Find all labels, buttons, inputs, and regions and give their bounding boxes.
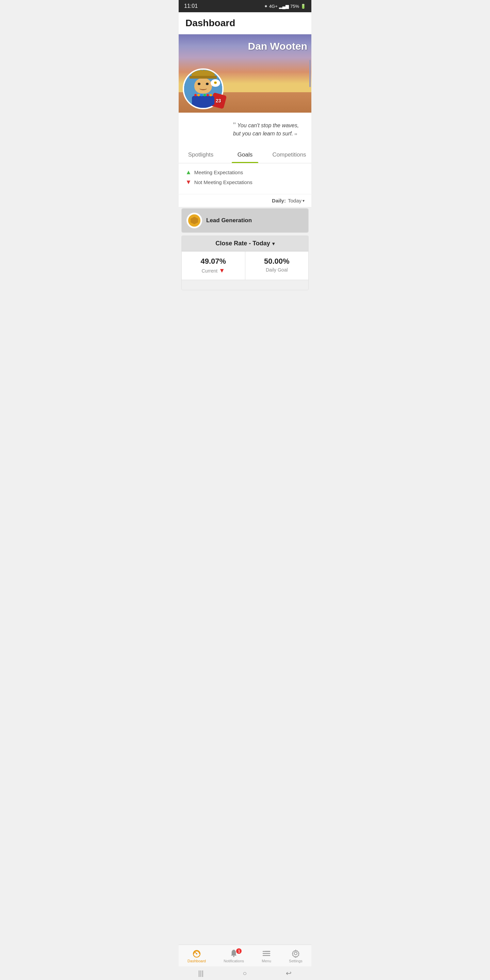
filter-dropdown[interactable]: Today ▾ (288, 198, 305, 204)
filter-row: Daily: Today ▾ (179, 194, 311, 207)
trend-down-icon: ▼ (219, 267, 225, 274)
quote-open: " (233, 121, 236, 129)
filter-label: Daily: (272, 198, 286, 204)
not-meeting-expectations-label: Not Meeting Expectations (194, 179, 253, 185)
level-number: 23 (216, 98, 221, 103)
arrow-down-icon: ▼ (185, 179, 192, 186)
filter-value-text: Today (288, 198, 301, 204)
legend-meeting: ▲ Meeting Expectations (185, 169, 305, 176)
battery-level: 75% (290, 4, 299, 9)
user-name-banner: Dan Wooten (248, 40, 307, 52)
hexagon-icon (191, 217, 198, 224)
app-bar: Dashboard (179, 12, 311, 34)
goal-label-text: Daily Goal (266, 267, 288, 272)
goal-icon-container (186, 213, 202, 228)
metric-current-label: Current ▼ (186, 267, 241, 274)
tab-competitions[interactable]: Competitions (267, 147, 311, 163)
goals-legend: ▲ Meeting Expectations ▼ Not Meeting Exp… (179, 163, 311, 194)
metric-extra (182, 280, 308, 290)
bluetooth-icon: ⁕ (264, 4, 268, 9)
legend-not-meeting: ▼ Not Meeting Expectations (185, 179, 305, 186)
arrow-up-icon: ▲ (185, 169, 192, 176)
metric-goal-cell: 50.00% Daily Goal (245, 251, 309, 280)
profile-banner: Dan Wooten (179, 34, 311, 113)
status-icons: ⁕ 4G+ ▂▄▆ 75% 🔋 (264, 4, 306, 9)
signal-icon: 4G+ (269, 4, 278, 9)
avatar-area: 😎 23 (183, 68, 224, 109)
goal-icon-inner (188, 215, 200, 227)
current-value-text: 49.07% (200, 257, 226, 266)
tab-spotlights[interactable]: Spotlights (179, 147, 223, 163)
metric-title-text: Close Rate - Today (215, 240, 270, 247)
metric-current-cell: 49.07% Current ▼ (182, 251, 245, 280)
goal-name: Lead Generation (206, 217, 252, 224)
status-bar: 11:01 ⁕ 4G+ ▂▄▆ 75% 🔋 (179, 0, 311, 12)
signal-bars: ▂▄▆ (279, 4, 289, 9)
profile-quote: You can't stop the waves, but you can le… (233, 123, 299, 137)
metric-goal-label: Daily Goal (250, 267, 305, 272)
tabs-container: Spotlights Goals Competitions (179, 147, 311, 163)
tab-goals[interactable]: Goals (223, 147, 267, 163)
goal-header: Lead Generation (182, 208, 308, 232)
goal-card[interactable]: Lead Generation (181, 208, 309, 233)
metric-values: 49.07% Current ▼ 50.00% Daily Goal (182, 251, 308, 280)
quote-section: " You can't stop the waves, but you can … (179, 113, 311, 147)
chevron-down-icon: ▾ (302, 198, 305, 203)
metric-card[interactable]: Close Rate - Today ▾ 49.07% Current ▼ 50… (181, 235, 309, 290)
metric-title: Close Rate - Today ▾ (182, 236, 308, 251)
metric-current-value: 49.07% (186, 257, 241, 266)
metric-chevron-icon: ▾ (272, 241, 275, 247)
page-title: Dashboard (185, 18, 305, 29)
metric-goal-value: 50.00% (250, 257, 305, 266)
battery-icon: 🔋 (301, 4, 306, 9)
meeting-expectations-label: Meeting Expectations (194, 169, 243, 175)
scroll-indicator[interactable] (309, 60, 311, 87)
goal-value-text: 50.00% (264, 257, 290, 266)
status-time: 11:01 (184, 3, 198, 9)
quote-close: " (295, 132, 298, 140)
current-label-text: Current (202, 268, 218, 274)
quote-container: " You can't stop the waves, but you can … (233, 121, 305, 138)
